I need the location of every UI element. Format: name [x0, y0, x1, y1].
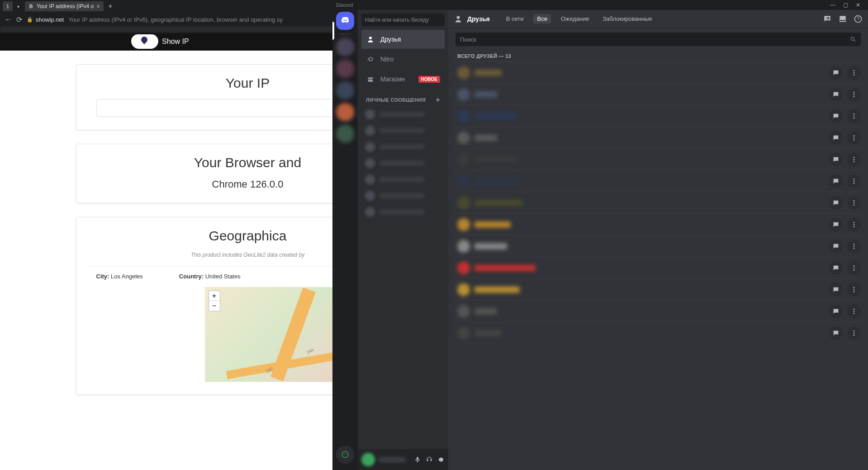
friends-search-input[interactable]: Поиск	[455, 33, 861, 46]
close-button[interactable]: ✕	[852, 2, 864, 8]
tab-dropdown-icon[interactable]: ▾	[14, 4, 22, 9]
server-icon[interactable]	[336, 38, 354, 56]
discord-title: Discord	[336, 2, 353, 8]
dm-item[interactable]	[361, 155, 445, 171]
message-button[interactable]	[829, 240, 843, 253]
more-button[interactable]	[847, 66, 861, 80]
zoom-in-button[interactable]: +	[209, 291, 220, 301]
friends-toolbar: Друзья В сети Все Ожидание Заблокированн…	[448, 10, 868, 28]
inbox-button[interactable]	[838, 14, 847, 24]
reload-button[interactable]: ⟳	[16, 15, 22, 24]
friend-row[interactable]	[454, 257, 864, 278]
friend-username	[474, 330, 502, 336]
sidebar-item-nitro[interactable]: Nitro	[361, 50, 445, 69]
message-button[interactable]	[829, 283, 843, 296]
url-field[interactable]: 🔒 showip.net	[27, 16, 64, 23]
friend-row[interactable]	[454, 235, 864, 257]
friend-row[interactable]	[454, 83, 864, 105]
find-conversation-input[interactable]: Найти или начать беседу	[361, 14, 445, 26]
maximize-button[interactable]: ▢	[839, 2, 852, 8]
message-button[interactable]	[829, 261, 843, 275]
bookmarks-bar	[0, 26, 332, 33]
help-button[interactable]: ?	[854, 14, 863, 24]
friend-row[interactable]	[454, 148, 864, 170]
message-button[interactable]	[829, 174, 843, 188]
more-button[interactable]	[847, 88, 861, 101]
more-button[interactable]	[847, 218, 861, 231]
more-button[interactable]	[847, 305, 861, 318]
dm-item[interactable]	[361, 123, 445, 138]
friend-row[interactable]	[454, 322, 864, 343]
create-dm-button[interactable]: +	[436, 96, 440, 104]
friend-row[interactable]	[454, 192, 864, 213]
dm-item[interactable]	[361, 204, 445, 220]
message-button[interactable]	[829, 305, 843, 318]
message-button[interactable]	[829, 66, 843, 80]
message-button[interactable]	[829, 326, 843, 340]
page-icon: 🗎	[28, 3, 34, 9]
dm-item[interactable]	[361, 188, 445, 203]
settings-button[interactable]	[437, 456, 445, 463]
home-button[interactable]	[336, 12, 354, 30]
message-button[interactable]	[829, 88, 843, 101]
svg-point-16	[854, 139, 855, 141]
tab-pending[interactable]: Ожидание	[557, 14, 593, 24]
more-button[interactable]	[847, 174, 861, 188]
friend-row[interactable]	[454, 213, 864, 235]
tab-count-button[interactable]: 1	[3, 1, 13, 11]
more-button[interactable]	[847, 196, 861, 210]
friend-row[interactable]	[454, 278, 864, 300]
close-icon[interactable]: ×	[96, 3, 100, 10]
friend-row[interactable]	[454, 127, 864, 148]
sidebar-item-friends[interactable]: Друзья	[361, 30, 445, 49]
svg-text:?: ?	[857, 16, 859, 21]
self-avatar[interactable]	[361, 453, 375, 466]
friend-row[interactable]	[454, 300, 864, 322]
deafen-button[interactable]	[426, 456, 433, 463]
svg-point-31	[854, 248, 855, 249]
tab-online[interactable]: В сети	[503, 14, 527, 24]
message-button[interactable]	[829, 131, 843, 145]
friend-row[interactable]	[454, 61, 864, 83]
tab-blocked[interactable]: Заблокированные	[599, 14, 655, 24]
mute-button[interactable]	[414, 456, 421, 463]
message-button[interactable]	[829, 218, 843, 231]
server-icon[interactable]	[336, 60, 354, 78]
more-button[interactable]	[847, 109, 861, 123]
message-button[interactable]	[829, 153, 843, 166]
more-button[interactable]	[847, 261, 861, 275]
friend-row[interactable]	[454, 105, 864, 127]
site-header: Show IP	[0, 33, 332, 51]
country-field: Country: United States	[179, 273, 241, 280]
browser-tab[interactable]: 🗎 Your IP address (IPv4 o ×	[25, 1, 104, 11]
more-button[interactable]	[847, 131, 861, 145]
friend-avatar	[457, 153, 470, 166]
dm-item[interactable]	[361, 172, 445, 187]
dm-item[interactable]	[361, 139, 445, 155]
new-tab-button[interactable]: +	[104, 2, 117, 10]
dm-item[interactable]	[361, 107, 445, 122]
sidebar-item-label: Nitro	[380, 56, 394, 63]
more-button[interactable]	[847, 153, 861, 166]
sidebar-item-shop[interactable]: Магазин НОВОЕ	[361, 70, 445, 89]
message-button[interactable]	[829, 196, 843, 210]
message-button[interactable]	[829, 109, 843, 123]
road-label: 24A	[306, 347, 314, 355]
server-icon[interactable]	[336, 103, 354, 121]
more-button[interactable]	[847, 283, 861, 296]
back-button[interactable]: ←	[5, 15, 12, 24]
friend-avatar	[457, 305, 470, 318]
explore-button[interactable]	[336, 446, 354, 464]
zoom-out-button[interactable]: −	[209, 301, 220, 311]
more-button[interactable]	[847, 240, 861, 253]
svg-point-42	[854, 332, 855, 334]
more-button[interactable]	[847, 326, 861, 340]
friend-row[interactable]	[454, 170, 864, 192]
server-icon[interactable]	[336, 125, 354, 143]
server-icon[interactable]	[336, 81, 354, 99]
search-icon	[850, 36, 856, 42]
friend-avatar	[457, 218, 470, 231]
new-group-dm-button[interactable]	[823, 14, 832, 24]
tab-all[interactable]: Все	[533, 14, 550, 24]
minimize-button[interactable]: —	[826, 2, 839, 8]
